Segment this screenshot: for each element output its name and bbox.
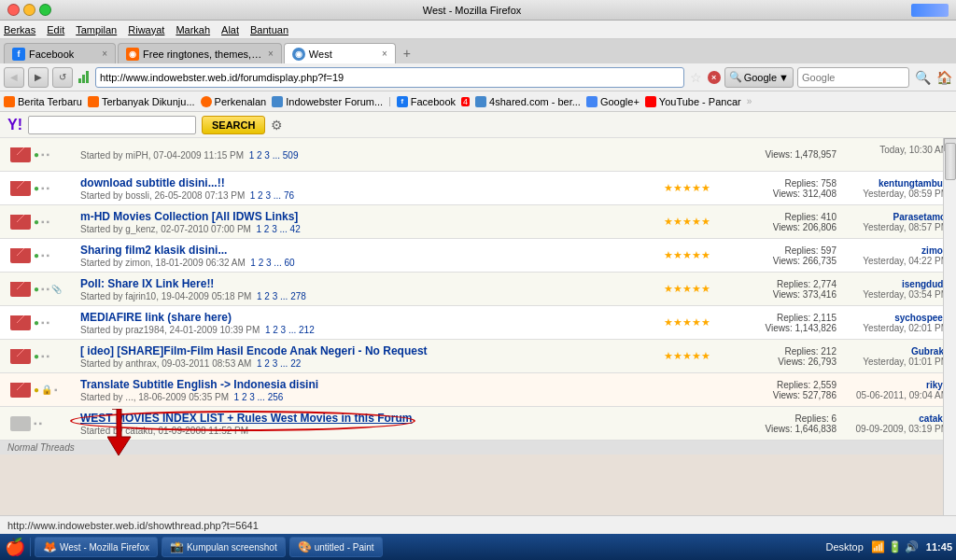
search-input[interactable] (797, 67, 909, 88)
tab-ringtones[interactable]: ◉ Free ringtones, themes, wallpapers... … (118, 43, 282, 63)
envelope-icon-4 (10, 282, 31, 297)
indowebster-icon (272, 96, 283, 107)
page-links-4[interactable]: 1 2 3 ... 278 (257, 291, 306, 301)
page-links-2[interactable]: 1 2 3 ... 42 (256, 224, 300, 234)
scrollbar[interactable]: ▲ ▼ (943, 138, 956, 541)
scrollbar-thumb[interactable] (945, 143, 956, 180)
bookmark-perkenalan-label: Perkenalan (215, 96, 267, 107)
search-go-button[interactable]: 🔍 (913, 70, 933, 85)
tab-ringtones-close[interactable]: × (268, 49, 274, 59)
search-engine-button[interactable]: 🔍 Google ▼ (724, 67, 794, 88)
row-stats-2: Replies: 410 Views: 206,806 (724, 212, 836, 232)
title-bar: West - Mozilla Firefox (0, 0, 956, 21)
page-links-1[interactable]: 1 2 3 ... 76 (250, 190, 294, 201)
row-subtitle-4: Started by fajrin10, 19-04-2009 05:18 PM… (80, 291, 650, 301)
menu-markah[interactable]: Markah (176, 24, 210, 35)
row-subtitle-5: Started by praz1984, 24-01-2009 10:39 PM… (80, 325, 650, 335)
row-icon-1 (7, 181, 34, 196)
row-main-1: download subtitle disini...!! Started by… (80, 176, 650, 201)
bookmark-4shared[interactable]: 4shared.com - ber... (475, 96, 581, 107)
thread-title-6[interactable]: [ ideo] [SHARE]Film-Film Hasil Encode An… (80, 344, 650, 357)
taskbar-paint[interactable]: 🎨 untitled - Paint (289, 537, 383, 557)
close-button[interactable] (7, 4, 20, 16)
yahoo-search-button[interactable]: SEARCH (202, 116, 265, 134)
menu-edit[interactable]: Edit (47, 24, 64, 35)
menu-tampilan[interactable]: Tampilan (76, 24, 117, 35)
bookmarks-more[interactable]: » (747, 96, 752, 106)
menu-riwayat[interactable]: Riwayat (128, 24, 164, 35)
mozilla-icon (201, 96, 212, 107)
bookmark-youtube[interactable]: YouTube - Pancar (645, 96, 741, 107)
bookmark-youtube-label: YouTube - Pancar (659, 96, 741, 107)
bookmark-indowebster[interactable]: Indowebster Forum... (272, 96, 383, 107)
page-links-7[interactable]: 1 2 3 ... 256 (234, 392, 284, 402)
4shared-icon (475, 96, 486, 107)
thread-title-1[interactable]: download subtitle disini...!! (80, 176, 650, 189)
green-dot-1: ● (34, 183, 39, 193)
content-area: ● ▪ ▪ Started by miPH, 07-04-2009 11:15 … (0, 138, 956, 541)
thread-title-7[interactable]: Translate Subtitle English -> Indonesia … (80, 378, 650, 391)
page-links-5[interactable]: 1 2 3 ... 212 (265, 325, 315, 335)
thread-title-4[interactable]: Poll: Share IX Link Here!! (80, 277, 650, 290)
bookmark-mozilla[interactable]: Perkenalan (201, 96, 267, 107)
menu-bantuan[interactable]: Bantuan (250, 24, 288, 35)
status-icons-8: ▪ ▪ (34, 418, 80, 428)
thread-title-3[interactable]: Sharing film2 klasik disini... (80, 244, 650, 257)
menu-alat[interactable]: Alat (221, 24, 239, 35)
tab-facebook[interactable]: f Facebook × (4, 43, 116, 63)
table-row: ● 🔒 ▪ Translate Subtitle English -> Indo… (0, 373, 956, 407)
row-last-8: cataku 09-09-2009, 03:19 PM (836, 413, 949, 434)
bookmark-star[interactable]: ☆ (688, 70, 704, 85)
file-6a: ▪ (41, 351, 45, 361)
bookmark-4[interactable]: 4 (461, 97, 470, 106)
new-tab-button[interactable]: + (398, 43, 416, 63)
taskbar-screenshot[interactable]: 📸 Kumpulan screenshot (162, 537, 286, 557)
file-3a: ▪ (41, 250, 45, 260)
security-x-button[interactable]: × (708, 71, 721, 84)
thread-title-2[interactable]: m-HD Movies Collection [All IDWS Links] (80, 210, 650, 223)
menu-berkas[interactable]: Berkas (4, 24, 35, 35)
row-stats-top: Views: 1,478,957 (724, 149, 836, 160)
window-title: West - Mozilla Firefox (51, 5, 893, 16)
tab-west[interactable]: ◉ West × (284, 43, 396, 63)
minimize-button[interactable] (23, 4, 35, 16)
page-links-3[interactable]: 1 2 3 ... 60 (250, 258, 294, 268)
reload-button[interactable]: ↺ (52, 67, 73, 88)
page-links-6[interactable]: 1 2 3 ... 22 (257, 358, 301, 369)
tab-facebook-close[interactable]: × (102, 49, 107, 59)
thread-title-8[interactable]: WEST MOVIES INDEX LIST + Rules West Movi… (80, 412, 650, 425)
yahoo-search-input[interactable] (28, 116, 196, 134)
bookmark-berita-label: Berita Terbaru (18, 96, 82, 107)
badge-4: 4 (461, 97, 470, 106)
envelope-icon-7 (10, 383, 31, 398)
row-stats-4: Replies: 2,774 Views: 373,416 (724, 279, 836, 300)
row-main-4: Poll: Share IX Link Here!! Started by fa… (80, 277, 650, 301)
bookmark-facebook[interactable]: f Facebook (397, 96, 456, 107)
apple-menu[interactable]: 🍎 (4, 536, 26, 558)
envelope-icon (10, 147, 31, 162)
file-4b: ▪ (47, 284, 50, 294)
taskbar-desktop-label[interactable]: Desktop (826, 541, 864, 553)
url-input[interactable] (95, 67, 684, 88)
back-button[interactable]: ◀ (4, 67, 24, 88)
row-icon-top (7, 147, 34, 162)
forward-button[interactable]: ▶ (28, 67, 49, 88)
window-controls[interactable] (7, 4, 51, 16)
page-links-top[interactable]: 1 2 3 ... 509 (249, 150, 299, 161)
green-dot-6: ● (34, 351, 39, 361)
bookmark-4shared-label: 4shared.com - ber... (489, 96, 581, 107)
bookmark-rss2[interactable]: Terbanyak Dikunju... (88, 96, 195, 107)
bookmark-google[interactable]: Google+ (586, 96, 640, 107)
thread-title-5[interactable]: MEDIAFIRE link (share here) (80, 311, 650, 324)
bookmark-rss1[interactable]: Berita Terbaru (4, 96, 82, 107)
tab-west-close[interactable]: × (382, 49, 387, 59)
home-button[interactable]: 🏠 (936, 70, 952, 85)
forum-row-top: ● ▪ ▪ Started by miPH, 07-04-2009 11:15 … (0, 138, 956, 172)
maximize-button[interactable] (39, 4, 51, 16)
file-2b: ▪ (47, 217, 50, 227)
taskbar-firefox[interactable]: 🦊 West - Mozilla Firefox (35, 537, 158, 557)
row-last-2: Parasetamol Yesterday, 08:57 PM (836, 212, 949, 232)
settings-gear-icon[interactable]: ⚙ (271, 118, 283, 133)
row-last-3: zimon Yesterday, 04:22 PM (836, 245, 949, 266)
envelope-icon-5 (10, 315, 31, 330)
